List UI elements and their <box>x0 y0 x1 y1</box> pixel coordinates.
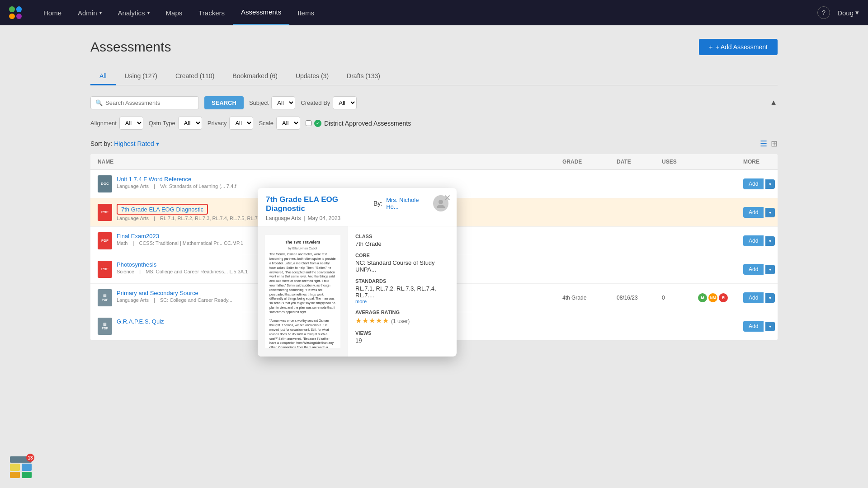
passage-preview-area: The Two Travelers by Ella Lyman Cabot Th… <box>258 226 348 357</box>
district-checkbox[interactable] <box>306 120 311 126</box>
assessment-name-link[interactable]: Final Exam2023 <box>117 233 159 239</box>
qstn-type-filter: Qstn Type All <box>149 117 202 130</box>
nav-maps[interactable]: Maps <box>158 0 191 25</box>
add-button[interactable]: Add <box>743 264 764 275</box>
add-caret-button[interactable]: ▾ <box>765 293 775 303</box>
add-assessment-button[interactable]: + + Add Assessment <box>699 39 778 55</box>
add-caret-button[interactable]: ▾ <box>765 265 775 274</box>
nav-links: Home Admin ▾ Analytics ▾ Maps Trackers A… <box>35 0 817 25</box>
subject-select[interactable]: All <box>271 96 295 109</box>
icon-top: ▤ <box>103 322 107 327</box>
privacy-label: Privacy <box>208 120 227 127</box>
svg-rect-2 <box>10 464 20 471</box>
add-caret-button[interactable]: ▾ <box>765 179 775 189</box>
add-button[interactable]: Add <box>743 207 764 218</box>
more-options-button[interactable]: ⋮ <box>777 293 778 303</box>
tab-all[interactable]: All <box>90 68 116 85</box>
row-icon-pdf: PDF <box>98 261 112 278</box>
add-caret-button[interactable]: ▾ <box>765 322 775 331</box>
more-options-button[interactable]: ⋮ <box>777 179 778 189</box>
row-info: Primary and Secondary Source Language Ar… <box>117 289 236 303</box>
tab-bookmarked[interactable]: Bookmarked (6) <box>223 68 287 85</box>
add-button[interactable]: Add <box>743 321 764 332</box>
subject-text: Science <box>117 269 134 274</box>
add-caret-button[interactable]: ▾ <box>765 208 775 217</box>
icon-label: PDF <box>102 327 108 330</box>
nav-trackers[interactable]: Trackers <box>190 0 233 25</box>
list-view-button[interactable]: ☰ <box>760 139 767 149</box>
logo-dot-1 <box>9 6 15 12</box>
add-button[interactable]: Add <box>743 235 764 246</box>
tab-updates[interactable]: Updates (3) <box>287 68 338 85</box>
main-content: Assessments + + Add Assessment All Using… <box>0 25 868 488</box>
created-by-filter: Created By All <box>301 96 357 109</box>
more-link[interactable]: more <box>355 299 449 304</box>
add-button[interactable]: Add <box>743 178 764 189</box>
assessment-name-link[interactable]: Unit 1 7.4 F Word Reference <box>117 176 191 183</box>
nav-home[interactable]: Home <box>35 0 70 25</box>
passage-preview-content: The Two Travelers by Ella Lyman Cabot Th… <box>265 235 340 348</box>
nav-assessments[interactable]: Assessments <box>233 0 289 25</box>
district-label: District Approved Assessments <box>324 120 411 127</box>
privacy-select[interactable]: All <box>229 117 253 130</box>
nav-items[interactable]: Items <box>289 0 322 25</box>
assessment-name-link[interactable]: G.R.A.P.E.S. Quiz <box>117 318 164 325</box>
col-grade: GRADE <box>562 159 617 165</box>
search-input[interactable] <box>105 99 194 106</box>
assessment-name-link[interactable]: Photosynthesis <box>117 261 156 268</box>
date-cell: 08/16/23 <box>617 295 662 301</box>
standards-value: RL.7.1, RL.7.2, RL.7.3, RL.7.4, RL.7.... <box>355 285 449 299</box>
row-info: Final Exam2023 Math | CCSS: Traditional … <box>117 232 247 246</box>
assessment-name-link[interactable]: 7th Grade ELA EOG Diagnostic <box>121 206 203 213</box>
tab-drafts[interactable]: Drafts (133) <box>338 68 389 85</box>
help-button[interactable]: ? <box>817 6 830 19</box>
search-wrap: 🔍 <box>90 96 199 109</box>
qstn-type-select[interactable]: All <box>178 117 202 130</box>
more-options-button[interactable]: ⋮ <box>777 321 778 331</box>
user-menu[interactable]: Doug ▾ <box>837 9 859 17</box>
author-name[interactable]: Mrs. Nichole Ho... <box>386 197 429 210</box>
add-caret-button[interactable]: ▾ <box>765 236 775 246</box>
more-options-button[interactable]: ⋮ <box>777 236 778 246</box>
bottom-logo[interactable]: 13 <box>9 455 33 479</box>
sort-value[interactable]: Highest Rated ▾ <box>114 140 159 147</box>
logo[interactable] <box>9 6 22 19</box>
views-label: VIEWS <box>355 330 449 336</box>
row-icon-scan: ▤ PDF <box>98 289 112 306</box>
standards-text: RL.7.1, RL.7.2, RL.7.3, RL.7.4, RL.7.5, … <box>160 216 266 221</box>
meta-separator: | <box>303 215 305 221</box>
row-info: Unit 1 7.4 F Word Reference Language Art… <box>117 175 240 189</box>
core-label: CORE <box>355 253 449 258</box>
scale-select[interactable]: All <box>276 117 300 130</box>
more-options-button[interactable]: ⋮ <box>777 207 778 217</box>
subject-filter: Subject All <box>249 96 295 109</box>
popup-title: 7th Grade ELA EOG Diagnostic <box>266 195 373 213</box>
row-icon-scan: ▤ PDF <box>98 318 112 335</box>
search-button[interactable]: SEARCH <box>204 96 244 109</box>
popup-body: The Two Travelers by Ella Lyman Cabot Th… <box>258 226 457 357</box>
admin-caret: ▾ <box>99 10 102 15</box>
row-info: G.R.A.P.E.S. Quiz <box>117 318 164 325</box>
views-section: VIEWS 19 <box>355 330 449 344</box>
assessment-name-link[interactable]: Primary and Secondary Source <box>117 290 198 296</box>
created-by-select[interactable]: All <box>333 96 357 109</box>
nav-analytics[interactable]: Analytics ▾ <box>110 0 158 25</box>
separator: | <box>154 297 155 303</box>
alignment-select[interactable]: All <box>119 117 143 130</box>
popup-close-button[interactable]: ✕ <box>443 192 451 203</box>
core-value: NC: Standard Course of Study UNPA... <box>355 259 449 273</box>
popup-title-area: 7th Grade ELA EOG Diagnostic Language Ar… <box>266 195 373 221</box>
more-options-button[interactable]: ⋮ <box>777 264 778 274</box>
logo-dot-3 <box>9 14 15 19</box>
collapse-button[interactable]: ▲ <box>769 98 778 108</box>
tab-using[interactable]: Using (127) <box>116 68 166 85</box>
highlighted-name-box: 7th Grade ELA EOG Diagnostic <box>117 204 208 215</box>
filters-row-1: 🔍 SEARCH Subject All Created By All ▲ <box>90 96 778 109</box>
table-header: NAME GRADE DATE USES MORE <box>90 154 778 170</box>
grid-view-button[interactable]: ⊞ <box>771 139 778 149</box>
nav-admin[interactable]: Admin ▾ <box>70 0 110 25</box>
passage-subtitle: by Ella Lyman Cabot <box>269 246 336 251</box>
add-button[interactable]: Add <box>743 292 764 303</box>
views-count: 19 <box>355 337 449 344</box>
tab-created[interactable]: Created (110) <box>166 68 223 85</box>
